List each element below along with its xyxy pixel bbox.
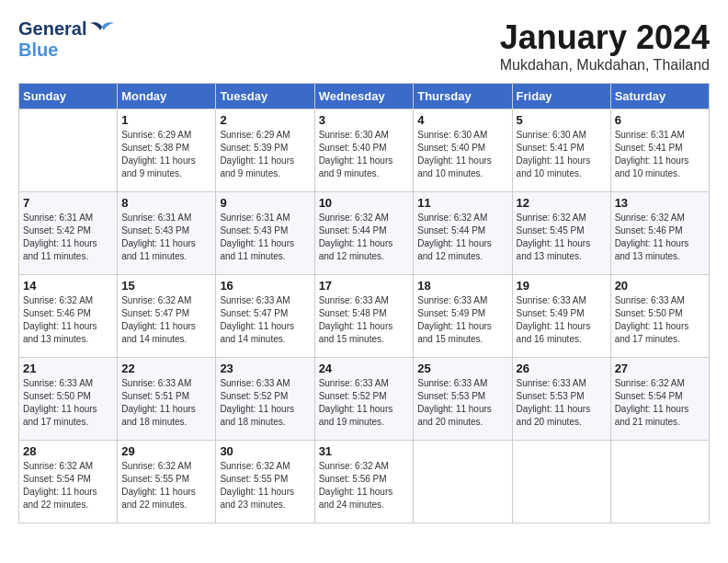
day-info: Sunrise: 6:32 AM Sunset: 5:46 PM Dayligh… bbox=[23, 294, 113, 346]
day-number: 11 bbox=[417, 196, 507, 210]
day-info: Sunrise: 6:32 AM Sunset: 5:54 PM Dayligh… bbox=[615, 377, 705, 429]
day-number: 8 bbox=[121, 196, 211, 210]
calendar-cell: 1Sunrise: 6:29 AM Sunset: 5:38 PM Daylig… bbox=[118, 109, 216, 192]
logo-general-text: General bbox=[18, 18, 86, 40]
weekday-header-sunday: Sunday bbox=[19, 84, 118, 109]
day-number: 15 bbox=[121, 279, 211, 293]
day-number: 1 bbox=[121, 113, 211, 127]
day-info: Sunrise: 6:33 AM Sunset: 5:53 PM Dayligh… bbox=[517, 377, 607, 429]
day-info: Sunrise: 6:33 AM Sunset: 5:47 PM Dayligh… bbox=[220, 294, 310, 346]
calendar-cell: 27Sunrise: 6:32 AM Sunset: 5:54 PM Dayli… bbox=[610, 358, 709, 441]
day-number: 17 bbox=[319, 279, 410, 293]
calendar-cell bbox=[610, 441, 709, 523]
day-number: 9 bbox=[220, 196, 310, 210]
calendar-cell: 12Sunrise: 6:32 AM Sunset: 5:45 PM Dayli… bbox=[512, 192, 610, 275]
title-block: January 2024 Mukdahan, Mukdahan, Thailan… bbox=[500, 18, 710, 74]
day-number: 28 bbox=[23, 444, 113, 458]
day-info: Sunrise: 6:32 AM Sunset: 5:44 PM Dayligh… bbox=[417, 212, 507, 263]
day-info: Sunrise: 6:31 AM Sunset: 5:42 PM Dayligh… bbox=[23, 212, 113, 263]
calendar-cell: 11Sunrise: 6:32 AM Sunset: 5:44 PM Dayli… bbox=[414, 192, 512, 275]
day-info: Sunrise: 6:32 AM Sunset: 5:56 PM Dayligh… bbox=[319, 460, 410, 511]
calendar-week-row: 1Sunrise: 6:29 AM Sunset: 5:38 PM Daylig… bbox=[19, 109, 710, 192]
calendar-cell: 30Sunrise: 6:32 AM Sunset: 5:55 PM Dayli… bbox=[216, 441, 314, 523]
day-info: Sunrise: 6:30 AM Sunset: 5:40 PM Dayligh… bbox=[319, 129, 410, 180]
calendar-cell: 29Sunrise: 6:32 AM Sunset: 5:55 PM Dayli… bbox=[118, 441, 216, 523]
calendar-cell: 20Sunrise: 6:33 AM Sunset: 5:50 PM Dayli… bbox=[610, 275, 709, 358]
calendar-cell: 8Sunrise: 6:31 AM Sunset: 5:43 PM Daylig… bbox=[118, 192, 216, 275]
logo-bird-icon bbox=[89, 19, 115, 38]
day-info: Sunrise: 6:33 AM Sunset: 5:49 PM Dayligh… bbox=[517, 294, 607, 346]
calendar-cell: 14Sunrise: 6:32 AM Sunset: 5:46 PM Dayli… bbox=[19, 275, 118, 358]
day-info: Sunrise: 6:33 AM Sunset: 5:51 PM Dayligh… bbox=[121, 377, 211, 429]
day-number: 31 bbox=[319, 444, 410, 458]
calendar-cell: 2Sunrise: 6:29 AM Sunset: 5:39 PM Daylig… bbox=[216, 109, 314, 192]
day-info: Sunrise: 6:33 AM Sunset: 5:50 PM Dayligh… bbox=[23, 377, 113, 429]
calendar-cell: 17Sunrise: 6:33 AM Sunset: 5:48 PM Dayli… bbox=[314, 275, 414, 358]
calendar-cell: 26Sunrise: 6:33 AM Sunset: 5:53 PM Dayli… bbox=[512, 358, 610, 441]
day-number: 26 bbox=[517, 362, 607, 375]
day-number: 23 bbox=[220, 362, 310, 375]
day-number: 22 bbox=[121, 362, 211, 375]
day-number: 5 bbox=[517, 113, 607, 127]
weekday-header-tuesday: Tuesday bbox=[216, 84, 314, 109]
calendar-cell bbox=[512, 441, 610, 523]
day-number: 27 bbox=[615, 362, 705, 375]
calendar-cell: 3Sunrise: 6:30 AM Sunset: 5:40 PM Daylig… bbox=[314, 109, 414, 192]
weekday-header-wednesday: Wednesday bbox=[314, 84, 414, 109]
calendar-cell: 9Sunrise: 6:31 AM Sunset: 5:43 PM Daylig… bbox=[216, 192, 314, 275]
calendar-header: SundayMondayTuesdayWednesdayThursdayFrid… bbox=[19, 84, 710, 109]
calendar-cell: 31Sunrise: 6:32 AM Sunset: 5:56 PM Dayli… bbox=[314, 441, 414, 523]
calendar-cell: 21Sunrise: 6:33 AM Sunset: 5:50 PM Dayli… bbox=[19, 358, 118, 441]
calendar-cell: 7Sunrise: 6:31 AM Sunset: 5:42 PM Daylig… bbox=[19, 192, 118, 275]
day-number: 6 bbox=[615, 113, 705, 127]
day-number: 24 bbox=[319, 362, 410, 375]
day-info: Sunrise: 6:29 AM Sunset: 5:39 PM Dayligh… bbox=[220, 129, 310, 180]
day-info: Sunrise: 6:32 AM Sunset: 5:46 PM Dayligh… bbox=[615, 212, 705, 263]
logo: General Blue bbox=[18, 18, 115, 61]
calendar-week-row: 28Sunrise: 6:32 AM Sunset: 5:54 PM Dayli… bbox=[19, 441, 710, 523]
day-number: 14 bbox=[23, 279, 113, 293]
calendar-cell: 18Sunrise: 6:33 AM Sunset: 5:49 PM Dayli… bbox=[414, 275, 512, 358]
calendar-cell: 24Sunrise: 6:33 AM Sunset: 5:52 PM Dayli… bbox=[314, 358, 414, 441]
calendar-table: SundayMondayTuesdayWednesdayThursdayFrid… bbox=[18, 83, 710, 523]
day-info: Sunrise: 6:31 AM Sunset: 5:43 PM Dayligh… bbox=[121, 212, 211, 263]
day-info: Sunrise: 6:31 AM Sunset: 5:43 PM Dayligh… bbox=[220, 212, 310, 263]
day-number: 4 bbox=[417, 113, 507, 127]
day-info: Sunrise: 6:33 AM Sunset: 5:50 PM Dayligh… bbox=[615, 294, 705, 346]
month-title: January 2024 bbox=[500, 18, 710, 57]
day-number: 29 bbox=[121, 444, 211, 458]
day-number: 18 bbox=[417, 279, 507, 293]
day-number: 3 bbox=[319, 113, 410, 127]
day-number: 30 bbox=[220, 444, 310, 458]
calendar-cell: 15Sunrise: 6:32 AM Sunset: 5:47 PM Dayli… bbox=[118, 275, 216, 358]
calendar-cell: 25Sunrise: 6:33 AM Sunset: 5:53 PM Dayli… bbox=[414, 358, 512, 441]
logo-blue-text: Blue bbox=[18, 40, 58, 61]
day-info: Sunrise: 6:30 AM Sunset: 5:41 PM Dayligh… bbox=[517, 129, 607, 180]
calendar-cell: 13Sunrise: 6:32 AM Sunset: 5:46 PM Dayli… bbox=[610, 192, 709, 275]
day-info: Sunrise: 6:31 AM Sunset: 5:41 PM Dayligh… bbox=[615, 129, 705, 180]
day-info: Sunrise: 6:33 AM Sunset: 5:48 PM Dayligh… bbox=[319, 294, 410, 346]
day-number: 12 bbox=[517, 196, 607, 210]
day-number: 7 bbox=[23, 196, 113, 210]
calendar-week-row: 7Sunrise: 6:31 AM Sunset: 5:42 PM Daylig… bbox=[19, 192, 710, 275]
day-info: Sunrise: 6:30 AM Sunset: 5:40 PM Dayligh… bbox=[417, 129, 507, 180]
calendar-cell: 5Sunrise: 6:30 AM Sunset: 5:41 PM Daylig… bbox=[512, 109, 610, 192]
calendar-week-row: 21Sunrise: 6:33 AM Sunset: 5:50 PM Dayli… bbox=[19, 358, 710, 441]
calendar-cell: 22Sunrise: 6:33 AM Sunset: 5:51 PM Dayli… bbox=[118, 358, 216, 441]
calendar-cell: 4Sunrise: 6:30 AM Sunset: 5:40 PM Daylig… bbox=[414, 109, 512, 192]
location-text: Mukdahan, Mukdahan, Thailand bbox=[500, 57, 710, 74]
calendar-cell: 19Sunrise: 6:33 AM Sunset: 5:49 PM Dayli… bbox=[512, 275, 610, 358]
weekday-header-saturday: Saturday bbox=[610, 84, 709, 109]
day-info: Sunrise: 6:32 AM Sunset: 5:54 PM Dayligh… bbox=[23, 460, 113, 511]
calendar-cell bbox=[414, 441, 512, 523]
weekday-header-friday: Friday bbox=[512, 84, 610, 109]
day-info: Sunrise: 6:33 AM Sunset: 5:52 PM Dayligh… bbox=[319, 377, 410, 429]
calendar-cell bbox=[19, 109, 118, 192]
day-number: 16 bbox=[220, 279, 310, 293]
calendar-week-row: 14Sunrise: 6:32 AM Sunset: 5:46 PM Dayli… bbox=[19, 275, 710, 358]
weekday-header-thursday: Thursday bbox=[414, 84, 512, 109]
day-number: 13 bbox=[615, 196, 705, 210]
day-number: 2 bbox=[220, 113, 310, 127]
day-info: Sunrise: 6:33 AM Sunset: 5:49 PM Dayligh… bbox=[417, 294, 507, 346]
day-number: 10 bbox=[319, 196, 410, 210]
